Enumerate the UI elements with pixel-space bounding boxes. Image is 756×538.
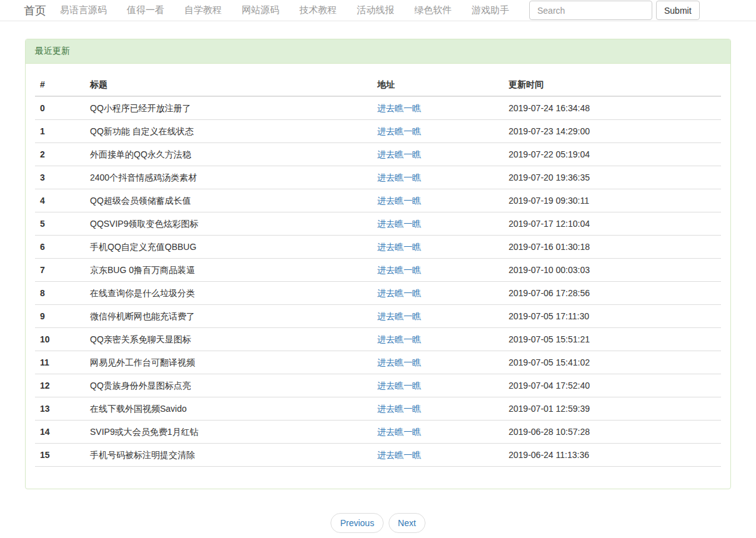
row-link[interactable]: 进去瞧一瞧 [377,381,421,391]
row-title: 京东BUG 0撸百万商品装逼 [85,259,372,282]
row-update-time: 2019-07-10 00:03:03 [504,259,721,282]
nav-item-self-study-tutorials[interactable]: 自学教程 [184,4,222,16]
table-row: 14SVIP9或大会员免费1月红钻进去瞧一瞧2019-06-28 10:57:2… [35,421,721,444]
row-index: 6 [35,236,85,259]
table-row: 2外面接单的QQ永久方法稳进去瞧一瞧2019-07-22 05:19:04 [35,143,721,166]
row-update-time: 2019-07-22 05:19:04 [504,143,721,166]
row-address-cell: 进去瞧一瞧 [372,212,504,236]
row-link[interactable]: 进去瞧一瞧 [377,126,421,136]
search-form: Submit [529,1,700,20]
panel-title: 最近更新 [26,39,730,64]
row-index: 3 [35,166,85,189]
table-header-row: # 标题 地址 更新时间 [35,73,721,96]
row-index: 8 [35,282,85,305]
row-title: QQSVIP9领取变色炫彩图标 [85,212,372,236]
row-title: 手机号码被标注明提交清除 [85,444,372,467]
table-row: 5QQSVIP9领取变色炫彩图标进去瞧一瞧2019-07-17 12:10:04 [35,212,721,236]
row-update-time: 2019-07-05 15:51:21 [504,328,721,351]
row-index: 15 [35,444,85,467]
row-address-cell: 进去瞧一瞧 [372,189,504,212]
header-address: 地址 [372,73,504,96]
table-row: 9微信停机断网也能充话费了进去瞧一瞧2019-07-05 17:11:30 [35,305,721,328]
row-index: 1 [35,120,85,143]
row-update-time: 2019-07-04 17:52:40 [504,374,721,397]
row-update-time: 2019-06-28 10:57:28 [504,421,721,444]
row-update-time: 2019-07-23 14:29:00 [504,120,721,143]
row-link[interactable]: 进去瞧一瞧 [377,357,421,367]
row-title: 网易见外工作台可翻译视频 [85,351,372,374]
row-title: 微信停机断网也能充话费了 [85,305,372,328]
row-link[interactable]: 进去瞧一瞧 [377,196,421,206]
row-link[interactable]: 进去瞧一瞧 [377,149,421,159]
row-title: SVIP9或大会员免费1月红钻 [85,421,372,444]
row-update-time: 2019-07-05 15:41:02 [504,351,721,374]
nav-item-worth-a-look[interactable]: 值得一看 [127,4,164,16]
table-row: 1QQ新功能 自定义在线状态进去瞧一瞧2019-07-23 14:29:00 [35,120,721,143]
nav-item-website-source[interactable]: 网站源码 [242,4,279,16]
table-row: 32400个抖音情感鸡汤类素材进去瞧一瞧2019-07-20 19:36:35 [35,166,721,189]
submit-button[interactable]: Submit [656,1,700,20]
search-input[interactable] [529,1,652,20]
row-address-cell: 进去瞧一瞧 [372,305,504,328]
row-index: 10 [35,328,85,351]
top-nav: 首页 易语言源码 值得一看 自学教程 网站源码 技术教程 活动线报 绿色软件 游… [0,0,756,21]
row-update-time: 2019-07-01 12:59:39 [504,397,721,421]
row-link[interactable]: 进去瞧一瞧 [377,334,421,344]
previous-button[interactable]: Previous [331,513,383,533]
next-button[interactable]: Next [389,513,425,533]
row-address-cell: 进去瞧一瞧 [372,166,504,189]
row-link[interactable]: 进去瞧一瞧 [377,172,421,182]
nav-item-game-helper[interactable]: 游戏助手 [472,4,509,16]
row-index: 4 [35,189,85,212]
table-row: 12QQ贵族身份外显图标点亮进去瞧一瞧2019-07-04 17:52:40 [35,374,721,397]
nav-item-tech-tutorials[interactable]: 技术教程 [299,4,337,16]
row-update-time: 2019-06-24 11:13:36 [504,444,721,467]
main-content: 最近更新 # 标题 地址 更新时间 0QQ小程序已经开放注册了进去瞧一瞧2019… [25,39,731,533]
row-title: QQ亲密关系免聊天显图标 [85,328,372,351]
table-row: 10QQ亲密关系免聊天显图标进去瞧一瞧2019-07-05 15:51:21 [35,328,721,351]
row-title: QQ新功能 自定义在线状态 [85,120,372,143]
row-address-cell: 进去瞧一瞧 [372,421,504,444]
row-link[interactable]: 进去瞧一瞧 [377,265,421,275]
table-row: 15手机号码被标注明提交清除进去瞧一瞧2019-06-24 11:13:36 [35,444,721,467]
nav-item-yiyuyan-source[interactable]: 易语言源码 [60,4,107,16]
row-address-cell: 进去瞧一瞧 [372,397,504,421]
row-address-cell: 进去瞧一瞧 [372,259,504,282]
row-update-time: 2019-07-20 19:36:35 [504,166,721,189]
row-title: QQ超级会员领储蓄成长值 [85,189,372,212]
row-address-cell: 进去瞧一瞧 [372,328,504,351]
row-index: 5 [35,212,85,236]
row-link[interactable]: 进去瞧一瞧 [377,450,421,460]
row-link[interactable]: 进去瞧一瞧 [377,427,421,437]
row-index: 7 [35,259,85,282]
table-row: 8在线查询你是什么垃圾分类进去瞧一瞧2019-07-06 17:28:56 [35,282,721,305]
row-address-cell: 进去瞧一瞧 [372,143,504,166]
row-address-cell: 进去瞧一瞧 [372,444,504,467]
row-address-cell: 进去瞧一瞧 [372,236,504,259]
header-index: # [35,73,85,96]
nav-brand-home[interactable]: 首页 [24,3,46,18]
row-index: 2 [35,143,85,166]
row-link[interactable]: 进去瞧一瞧 [377,242,421,252]
row-update-time: 2019-07-16 01:30:18 [504,236,721,259]
row-link[interactable]: 进去瞧一瞧 [377,404,421,414]
row-index: 12 [35,374,85,397]
row-link[interactable]: 进去瞧一瞧 [377,288,421,298]
row-update-time: 2019-07-24 16:34:48 [504,96,721,120]
row-link[interactable]: 进去瞧一瞧 [377,219,421,229]
row-address-cell: 进去瞧一瞧 [372,96,504,120]
row-link[interactable]: 进去瞧一瞧 [377,103,421,113]
panel-body: # 标题 地址 更新时间 0QQ小程序已经开放注册了进去瞧一瞧2019-07-2… [26,64,730,489]
table-row: 4QQ超级会员领储蓄成长值进去瞧一瞧2019-07-19 09:30:11 [35,189,721,212]
row-address-cell: 进去瞧一瞧 [372,374,504,397]
nav-item-activity-news[interactable]: 活动线报 [357,4,394,16]
row-address-cell: 进去瞧一瞧 [372,120,504,143]
nav-item-green-software[interactable]: 绿色软件 [414,4,452,16]
updates-table: # 标题 地址 更新时间 0QQ小程序已经开放注册了进去瞧一瞧2019-07-2… [35,73,721,467]
pager: Previous Next [25,513,731,533]
row-update-time: 2019-07-06 17:28:56 [504,282,721,305]
row-link[interactable]: 进去瞧一瞧 [377,311,421,321]
row-update-time: 2019-07-19 09:30:11 [504,189,721,212]
table-row: 11网易见外工作台可翻译视频进去瞧一瞧2019-07-05 15:41:02 [35,351,721,374]
row-index: 9 [35,305,85,328]
